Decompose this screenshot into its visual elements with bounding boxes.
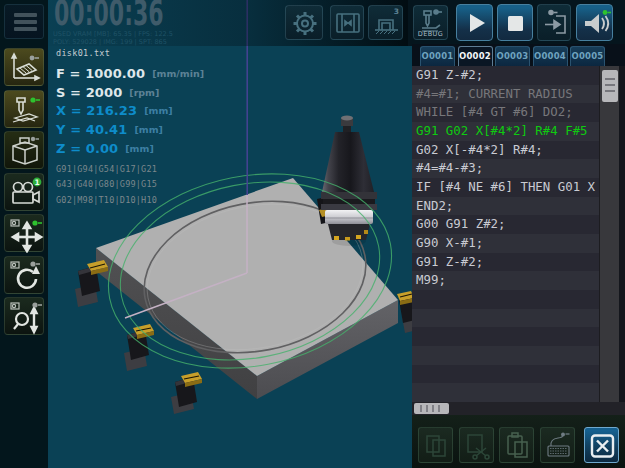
y-unit: [mm] [134, 124, 162, 135]
timer: 00:00:36 [54, 0, 164, 33]
debug-button[interactable]: DEBUG [413, 5, 448, 40]
tab-O0003[interactable]: O0003 [495, 46, 530, 66]
sidebar-machine-view-button[interactable] [4, 131, 44, 169]
sidebar: 1 [0, 0, 48, 468]
close-icon [585, 428, 620, 464]
keyboard-button[interactable] [540, 427, 575, 463]
code-line [412, 327, 599, 346]
play-icon [457, 5, 494, 42]
x-unit: [mm] [144, 105, 172, 116]
step-button[interactable] [537, 4, 571, 41]
editor-toolbar [412, 415, 625, 468]
fixture-count-badge: 3 [394, 7, 399, 16]
tool-view-icon [5, 91, 45, 129]
stats-line1: USED VRAM [MB]: 65.35 | FPS: 122.5 [53, 30, 173, 38]
code-line[interactable]: END2; [412, 197, 599, 216]
feed-unit: [mm/min] [152, 68, 204, 79]
camera-rotate-icon [5, 257, 45, 295]
cut-icon [460, 428, 495, 464]
gear-icon [286, 6, 324, 41]
code-line-current[interactable]: G91 G02 X[#4*2] R#4 F#5 [412, 122, 599, 141]
feed-readout: F = 1000.00 [mm/min] [56, 64, 386, 83]
copy-icon [419, 428, 454, 464]
menu-button[interactable] [4, 4, 44, 39]
camera-pan-icon [5, 215, 45, 253]
stop-icon [498, 5, 534, 42]
readout-overlay: disk01.txt F = 1000.00 [mm/min] S = 2000… [56, 48, 386, 210]
program-tabs: O0001 O0002 O0003 O0004 O0005 [412, 44, 625, 66]
program-file-name: disk01.txt [56, 48, 386, 58]
panels-icon [331, 6, 365, 41]
speed-unit: [rpm] [129, 87, 159, 98]
stop-button[interactable] [497, 4, 533, 41]
code-line[interactable]: WHILE [#4 GT #6] DO2; [412, 103, 599, 122]
tab-O0002[interactable]: O0002 [458, 46, 493, 66]
horizontal-scrollbar-thumb[interactable] [414, 403, 449, 414]
paste-icon [500, 428, 535, 464]
play-button[interactable] [456, 4, 493, 41]
code-line[interactable]: G02 X[-#4*2] R#4; [412, 141, 599, 160]
tab-O0005[interactable]: O0005 [570, 46, 605, 66]
code-line [412, 290, 599, 309]
copy-button[interactable] [418, 427, 453, 463]
cut-button[interactable] [459, 427, 494, 463]
sidebar-camera-zoom-button[interactable] [4, 297, 44, 335]
code-line [412, 383, 599, 402]
fixture-button[interactable]: 3 [368, 5, 403, 40]
machine-view-icon [5, 132, 45, 170]
keyboard-icon [541, 428, 576, 464]
sound-button[interactable] [576, 4, 613, 41]
code-line[interactable]: #4=#4-#3; [412, 159, 599, 178]
code-line[interactable]: G90 X-#1; [412, 234, 599, 253]
clamp-west [75, 260, 108, 307]
sidebar-tool-view-button[interactable] [4, 90, 44, 128]
debug-label: DEBUG [414, 30, 447, 38]
panel-right-edge [619, 66, 625, 402]
modal-gcodes: G91|G94|G54|G17|G21 G43|G40|G80|G99|G15 … [56, 164, 386, 210]
settings-button[interactable] [285, 5, 323, 40]
code-line[interactable]: M99; [412, 271, 599, 290]
clamp-south [171, 372, 202, 414]
z-unit: [mm] [125, 143, 153, 154]
code-line[interactable]: IF [#4 NE #6] THEN G01 X [412, 178, 599, 197]
modal-gcode-line: G43|G40|G80|G99|G15 [56, 179, 386, 194]
y-readout: Y = 40.41 [mm] [56, 120, 386, 139]
code-line[interactable]: G00 G91 Z#2; [412, 215, 599, 234]
code-line[interactable]: #4=#1; CURRENT RADIUS [412, 85, 599, 104]
sidebar-camera-pan-button[interactable] [4, 214, 44, 252]
stats-line2: POLY: 529028 | IMG: 199 | SPT: 865 [53, 38, 167, 46]
step-into-icon [538, 5, 572, 42]
sidebar-plot-view-button[interactable] [4, 48, 44, 86]
sound-icon [577, 5, 614, 42]
code-line [412, 309, 599, 328]
close-editor-button[interactable] [584, 427, 619, 463]
modal-gcode-line: G02|M98|T10|D10|H10 [56, 195, 386, 210]
modal-gcode-line: G91|G94|G54|G17|G21 [56, 164, 386, 179]
sidebar-camera1-button[interactable]: 1 [4, 173, 44, 211]
tab-O0001[interactable]: O0001 [420, 46, 455, 66]
menu-icon [14, 13, 37, 17]
paste-button[interactable] [499, 427, 534, 463]
vertical-scrollbar[interactable] [599, 66, 619, 402]
video-camera-icon: 1 [5, 174, 45, 212]
plot-view-icon [5, 49, 45, 87]
z-readout: Z = 0.00 [mm] [56, 139, 386, 158]
clamp-southwest [124, 324, 154, 371]
gcode-editor[interactable]: G91 Z-#2; #4=#1; CURRENT RADIUS WHILE [#… [412, 66, 625, 402]
camera-zoom-icon [5, 298, 45, 336]
vertical-scrollbar-thumb[interactable] [602, 70, 618, 102]
code-line[interactable]: G91 Z-#2; [412, 253, 599, 272]
code-line [412, 365, 599, 384]
speed-readout: S = 2000 [rpm] [56, 83, 386, 102]
panels-button[interactable] [330, 5, 364, 40]
tab-O0004[interactable]: O0004 [533, 46, 568, 66]
code-line[interactable]: G91 Z-#2; [412, 66, 599, 85]
code-line [412, 346, 599, 365]
sidebar-camera-rotate-button[interactable] [4, 256, 44, 294]
horizontal-scrollbar[interactable] [412, 402, 625, 415]
camera-badge: 1 [34, 178, 39, 187]
x-readout: X = 216.23 [mm] [56, 102, 386, 121]
